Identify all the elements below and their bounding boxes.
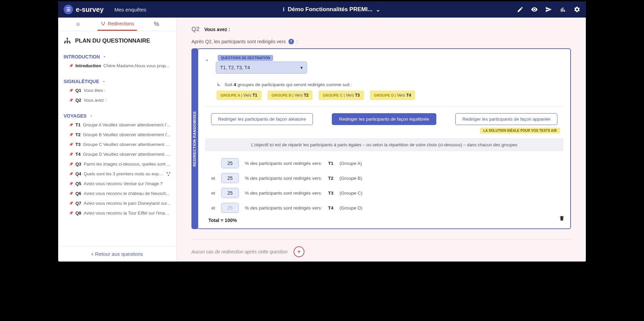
question-item[interactable]: 📌Q6Aviez-vous reconnu le château de Neus…: [58, 189, 176, 198]
chevron-down-icon: [89, 114, 93, 118]
question-code: Q6: [75, 191, 81, 196]
question-text: Groupe B Veuillez observer attentivement…: [83, 132, 171, 137]
pct-suffix: % des participants sont redirigés vers:: [245, 191, 322, 196]
collapse-button[interactable]: ⌄: [205, 56, 209, 62]
nav-my-surveys[interactable]: Mes enquêtes: [114, 7, 146, 13]
destination-label: QUESTIONS DE DESTINATION: [218, 55, 273, 61]
back-to-questions[interactable]: Retour aux questions: [91, 251, 143, 257]
question-item[interactable]: 📌T3Groupe C Veuillez observer attentivem…: [58, 140, 176, 149]
section-header[interactable]: VOYAGES: [58, 110, 176, 120]
plan-title: PLAN DU QUESTIONNAIRE: [75, 38, 150, 44]
topbar: ☰ e-survey Mes enquêtes i Démo Fonctionn…: [58, 1, 586, 18]
info-bar: L'objectif ici est de répartir les parti…: [205, 138, 564, 151]
svg-point-7: [167, 172, 168, 173]
pin-icon: 📌: [69, 211, 73, 215]
question-code: Q7: [75, 201, 81, 206]
question-item[interactable]: 📌Q2Vous avez :: [58, 95, 176, 105]
percentage-row: % des participants sont redirigés vers: …: [208, 158, 564, 168]
svg-rect-5: [67, 42, 68, 44]
svg-point-8: [169, 172, 170, 173]
percent-input[interactable]: [221, 158, 239, 168]
percentage-row: et% des participants sont redirigés vers…: [208, 173, 564, 183]
survey-title: Démo Fonctionnalités PREMI...: [288, 6, 372, 13]
redirect-card: ⌄ QUESTIONS DE DESTINATION T1, T2, T3, T…: [198, 48, 571, 229]
question-text: Vous êtes :: [84, 88, 171, 93]
et-label: et: [208, 176, 215, 181]
percent-input[interactable]: [221, 173, 239, 183]
tab-redirections[interactable]: Redirections: [97, 18, 137, 31]
redirect-intro-text: Après Q2, les participants sont redirigé…: [191, 39, 286, 44]
pin-icon: 📌: [69, 192, 73, 195]
section-header[interactable]: INTRODUCTION: [58, 51, 176, 61]
question-item[interactable]: 📌T1Groupe A Veuillez observer attentivem…: [58, 120, 176, 130]
question-text: Parmi les images ci-dessous, quelles son…: [84, 162, 171, 167]
delete-button[interactable]: [559, 215, 565, 223]
colon: :: [297, 39, 298, 44]
question-text: Chère Madame,Nous vous prop...: [104, 63, 171, 68]
branch-icon: [166, 172, 171, 176]
question-item[interactable]: 📌T2Groupe B Veuillez observer attentivem…: [58, 130, 176, 140]
chevron-down-icon: [102, 55, 107, 59]
plan-header: PLAN DU QUESTIONNAIRE: [58, 31, 176, 51]
pct-suffix: % des participants sont redirigés vers:: [245, 176, 322, 181]
mode-balanced[interactable]: Rediriger les participants de façon équi…: [332, 113, 436, 125]
pin-icon: 📌: [69, 123, 73, 127]
question-text: Aviez-vous reconnu la Tour Eiffel sur l'…: [84, 211, 171, 216]
percentage-row: et% des participants sont redirigés vers…: [208, 203, 564, 213]
logo[interactable]: ☰ e-survey: [64, 5, 104, 14]
question-code: T3: [75, 142, 80, 147]
question-item[interactable]: 📌IntroductionChère Madame,Nous vous prop…: [58, 61, 176, 71]
percent-input[interactable]: [221, 203, 239, 213]
separator: [205, 106, 564, 106]
pin-icon: 📌: [69, 89, 73, 92]
tab-percent[interactable]: %: [137, 18, 176, 31]
question-text: Aviez-vous reconnu le château de Neusch.…: [84, 191, 171, 196]
question-item[interactable]: 📌Q7Aviez-vous reconnu le parc Disneyland…: [58, 198, 176, 208]
pct-suffix: % des participants sont redirigés vers:: [245, 205, 322, 211]
brand-name: e-survey: [76, 6, 104, 14]
question-item[interactable]: 📌Q8Aviez-vous reconnu la Tour Eiffel sur…: [58, 208, 176, 218]
trash-icon: [559, 215, 565, 222]
chart-icon[interactable]: [559, 6, 566, 13]
card-vertical-label: REDIRECTION RANDOMISEE: [191, 48, 198, 229]
pin-icon: 📌: [69, 162, 73, 166]
send-icon[interactable]: [545, 6, 552, 13]
gear-icon[interactable]: [574, 6, 580, 13]
no-redirect-text: Aucun cas de redirection après cette que…: [191, 249, 288, 254]
eye-icon[interactable]: [531, 6, 538, 13]
section-header[interactable]: SIGNALÉTIQUE: [58, 75, 176, 85]
tab-list[interactable]: [58, 18, 97, 31]
question-code: Introduction: [75, 63, 101, 68]
arrow-icon: ↳: [216, 82, 221, 87]
mode-random[interactable]: Rediriger les participants de façon aléa…: [211, 113, 313, 125]
question-text: Aviez-vous reconnu Venise sur l'image ?: [84, 181, 171, 186]
question-item[interactable]: 📌T4Groupe D Veuillez observer attentivem…: [58, 149, 176, 159]
mode-paired-tag: LA SOLUTION IDÉALE POUR VOS TESTS A/B: [480, 128, 560, 133]
pct-group: (Groupe A): [340, 161, 362, 166]
destination-value: T1, T2, T3, T4: [220, 65, 250, 70]
svg-rect-4: [64, 42, 66, 44]
question-item[interactable]: 📌Q5Aviez-vous reconnu Venise sur l'image…: [58, 179, 176, 189]
list-icon: [75, 22, 80, 27]
question-item[interactable]: 📌Q4Quels sont les 3 premiers mots ou exp…: [58, 169, 176, 179]
groups-summary: ↳ Soit 4 groupes de participants qui ser…: [216, 82, 564, 87]
question-item[interactable]: 📌Q1Vous êtes :: [58, 85, 176, 95]
add-redirect-button[interactable]: +: [294, 246, 304, 257]
edit-icon[interactable]: [517, 6, 524, 13]
help-icon[interactable]: ?: [289, 39, 294, 44]
branch-icon: [100, 21, 106, 26]
question-code: Q2: [75, 98, 81, 103]
info-icon: i: [283, 6, 284, 13]
total-line: Total = 100%: [208, 218, 564, 223]
svg-point-9: [168, 174, 169, 176]
pct-target: T3: [328, 191, 334, 196]
question-text: Vous avez :: [84, 98, 171, 103]
survey-selector[interactable]: i Démo Fonctionnalités PREMI... ⌄: [283, 6, 380, 13]
percent-icon: %: [154, 21, 159, 28]
mode-paired[interactable]: Rediriger les participants de façon appa…: [455, 113, 557, 125]
group-chip: GROUPE A | Vers T1: [216, 91, 261, 100]
percent-input[interactable]: [221, 188, 239, 198]
question-item[interactable]: 📌Q3Parmi les images ci-dessous, quelles …: [58, 159, 176, 169]
svg-rect-3: [67, 38, 68, 39]
destination-select[interactable]: T1, T2, T3, T4 ▾: [216, 61, 307, 74]
